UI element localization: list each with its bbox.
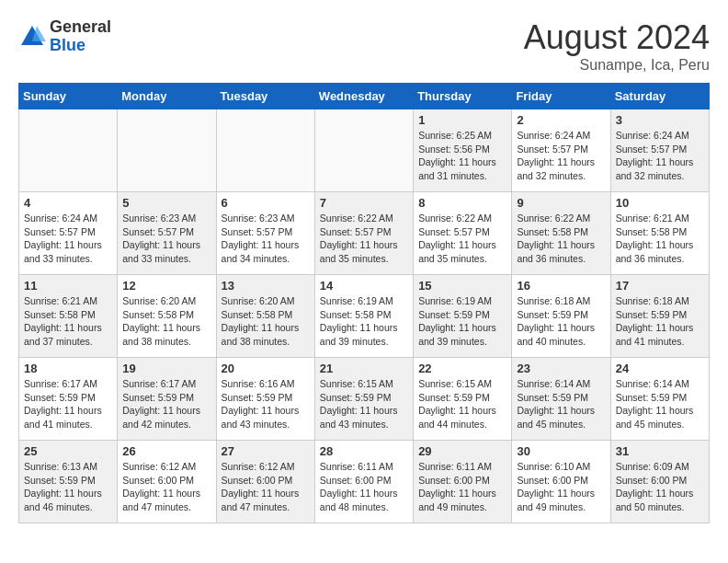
day-number: 6 — [222, 196, 310, 210]
day-number: 17 — [616, 279, 704, 293]
day-number: 4 — [24, 196, 112, 210]
calendar-week-row: 11Sunrise: 6:21 AMSunset: 5:58 PMDayligh… — [19, 275, 710, 358]
calendar-cell: 25Sunrise: 6:13 AMSunset: 5:59 PMDayligh… — [19, 441, 118, 523]
calendar-cell — [118, 109, 216, 192]
calendar-cell: 20Sunrise: 6:16 AMSunset: 5:59 PMDayligh… — [216, 358, 314, 441]
logo: General Blue — [18, 18, 111, 55]
cell-info: Sunrise: 6:23 AMSunset: 5:57 PMDaylight:… — [222, 212, 310, 266]
weekday-header: Saturday — [610, 84, 709, 109]
cell-info: Sunrise: 6:15 AMSunset: 5:59 PMDaylight:… — [320, 377, 408, 431]
cell-info: Sunrise: 6:11 AMSunset: 6:00 PMDaylight:… — [320, 460, 408, 514]
calendar-cell: 28Sunrise: 6:11 AMSunset: 6:00 PMDayligh… — [314, 441, 413, 523]
day-number: 15 — [418, 279, 506, 293]
cell-info: Sunrise: 6:12 AMSunset: 6:00 PMDaylight:… — [222, 460, 310, 514]
cell-info: Sunrise: 6:09 AMSunset: 6:00 PMDaylight:… — [616, 460, 704, 514]
title-block: August 2024 Sunampe, Ica, Peru — [524, 18, 710, 74]
weekday-header: Tuesday — [216, 84, 314, 109]
day-number: 29 — [418, 444, 506, 458]
cell-info: Sunrise: 6:14 AMSunset: 5:59 PMDaylight:… — [616, 377, 704, 431]
calendar-cell: 11Sunrise: 6:21 AMSunset: 5:58 PMDayligh… — [19, 275, 118, 358]
cell-info: Sunrise: 6:22 AMSunset: 5:58 PMDaylight:… — [517, 212, 605, 266]
cell-info: Sunrise: 6:24 AMSunset: 5:57 PMDaylight:… — [24, 212, 112, 266]
cell-info: Sunrise: 6:25 AMSunset: 5:56 PMDaylight:… — [418, 129, 506, 183]
weekday-header: Friday — [512, 84, 610, 109]
cell-info: Sunrise: 6:19 AMSunset: 5:59 PMDaylight:… — [418, 294, 506, 349]
calendar-cell: 3Sunrise: 6:24 AMSunset: 5:57 PMDaylight… — [610, 109, 709, 192]
day-number: 8 — [418, 196, 506, 210]
cell-info: Sunrise: 6:16 AMSunset: 5:59 PMDaylight:… — [222, 377, 310, 431]
day-number: 13 — [222, 279, 310, 293]
cell-info: Sunrise: 6:20 AMSunset: 5:58 PMDaylight:… — [222, 294, 310, 349]
day-number: 24 — [616, 362, 704, 375]
calendar-cell: 12Sunrise: 6:20 AMSunset: 5:58 PMDayligh… — [118, 275, 216, 358]
cell-info: Sunrise: 6:15 AMSunset: 5:59 PMDaylight:… — [418, 377, 506, 431]
calendar-week-row: 25Sunrise: 6:13 AMSunset: 5:59 PMDayligh… — [19, 441, 710, 523]
location-subtitle: Sunampe, Ica, Peru — [524, 57, 710, 74]
calendar-cell: 1Sunrise: 6:25 AMSunset: 5:56 PMDaylight… — [414, 109, 512, 192]
day-number: 3 — [616, 113, 704, 127]
calendar-cell — [19, 109, 118, 192]
calendar-cell: 16Sunrise: 6:18 AMSunset: 5:59 PMDayligh… — [512, 275, 610, 358]
calendar-cell: 26Sunrise: 6:12 AMSunset: 6:00 PMDayligh… — [118, 441, 216, 523]
day-number: 9 — [517, 196, 605, 210]
day-number: 10 — [616, 196, 704, 210]
cell-info: Sunrise: 6:10 AMSunset: 6:00 PMDaylight:… — [517, 460, 605, 514]
day-number: 16 — [517, 279, 605, 293]
logo-icon — [18, 23, 46, 51]
calendar-cell: 23Sunrise: 6:14 AMSunset: 5:59 PMDayligh… — [512, 358, 610, 441]
day-number: 31 — [616, 444, 704, 458]
cell-info: Sunrise: 6:14 AMSunset: 5:59 PMDaylight:… — [517, 377, 605, 431]
calendar-week-row: 18Sunrise: 6:17 AMSunset: 5:59 PMDayligh… — [19, 358, 710, 441]
calendar-cell: 19Sunrise: 6:17 AMSunset: 5:59 PMDayligh… — [118, 358, 216, 441]
cell-info: Sunrise: 6:24 AMSunset: 5:57 PMDaylight:… — [517, 129, 605, 183]
cell-info: Sunrise: 6:11 AMSunset: 6:00 PMDaylight:… — [418, 460, 506, 514]
day-number: 30 — [517, 444, 605, 458]
day-number: 21 — [320, 362, 408, 375]
calendar-header-row: SundayMondayTuesdayWednesdayThursdayFrid… — [19, 84, 710, 109]
calendar-cell: 14Sunrise: 6:19 AMSunset: 5:58 PMDayligh… — [314, 275, 413, 358]
day-number: 1 — [418, 113, 506, 127]
cell-info: Sunrise: 6:20 AMSunset: 5:58 PMDaylight:… — [122, 294, 210, 349]
cell-info: Sunrise: 6:18 AMSunset: 5:59 PMDaylight:… — [517, 294, 605, 349]
day-number: 25 — [24, 444, 112, 458]
calendar-cell: 21Sunrise: 6:15 AMSunset: 5:59 PMDayligh… — [314, 358, 413, 441]
weekday-header: Thursday — [414, 84, 512, 109]
calendar-cell: 15Sunrise: 6:19 AMSunset: 5:59 PMDayligh… — [414, 275, 512, 358]
day-number: 11 — [24, 279, 112, 293]
day-number: 27 — [222, 444, 310, 458]
calendar-cell: 24Sunrise: 6:14 AMSunset: 5:59 PMDayligh… — [610, 358, 709, 441]
day-number: 26 — [122, 444, 210, 458]
calendar-cell: 30Sunrise: 6:10 AMSunset: 6:00 PMDayligh… — [512, 441, 610, 523]
page-header: General Blue August 2024 Sunampe, Ica, P… — [18, 18, 710, 74]
cell-info: Sunrise: 6:12 AMSunset: 6:00 PMDaylight:… — [122, 460, 210, 514]
day-number: 23 — [517, 362, 605, 375]
cell-info: Sunrise: 6:17 AMSunset: 5:59 PMDaylight:… — [24, 377, 112, 431]
day-number: 2 — [517, 113, 605, 127]
day-number: 7 — [320, 196, 408, 210]
calendar-cell — [216, 109, 314, 192]
calendar-table: SundayMondayTuesdayWednesdayThursdayFrid… — [18, 83, 710, 523]
weekday-header: Sunday — [19, 84, 118, 109]
calendar-cell — [314, 109, 413, 192]
day-number: 20 — [222, 362, 310, 375]
calendar-week-row: 1Sunrise: 6:25 AMSunset: 5:56 PMDaylight… — [19, 109, 710, 192]
calendar-cell: 8Sunrise: 6:22 AMSunset: 5:57 PMDaylight… — [414, 192, 512, 275]
day-number: 5 — [122, 196, 210, 210]
calendar-cell: 9Sunrise: 6:22 AMSunset: 5:58 PMDaylight… — [512, 192, 610, 275]
calendar-cell: 27Sunrise: 6:12 AMSunset: 6:00 PMDayligh… — [216, 441, 314, 523]
logo-blue-text: Blue — [50, 36, 85, 54]
day-number: 22 — [418, 362, 506, 375]
day-number: 18 — [24, 362, 112, 375]
cell-info: Sunrise: 6:22 AMSunset: 5:57 PMDaylight:… — [418, 212, 506, 266]
day-number: 28 — [320, 444, 408, 458]
calendar-week-row: 4Sunrise: 6:24 AMSunset: 5:57 PMDaylight… — [19, 192, 710, 275]
logo-general-text: General — [50, 17, 111, 36]
calendar-cell: 4Sunrise: 6:24 AMSunset: 5:57 PMDaylight… — [19, 192, 118, 275]
cell-info: Sunrise: 6:19 AMSunset: 5:58 PMDaylight:… — [320, 294, 408, 349]
calendar-cell: 31Sunrise: 6:09 AMSunset: 6:00 PMDayligh… — [610, 441, 709, 523]
calendar-cell: 18Sunrise: 6:17 AMSunset: 5:59 PMDayligh… — [19, 358, 118, 441]
calendar-cell: 10Sunrise: 6:21 AMSunset: 5:58 PMDayligh… — [610, 192, 709, 275]
cell-info: Sunrise: 6:18 AMSunset: 5:59 PMDaylight:… — [616, 294, 704, 349]
cell-info: Sunrise: 6:21 AMSunset: 5:58 PMDaylight:… — [24, 294, 112, 349]
calendar-cell: 29Sunrise: 6:11 AMSunset: 6:00 PMDayligh… — [414, 441, 512, 523]
